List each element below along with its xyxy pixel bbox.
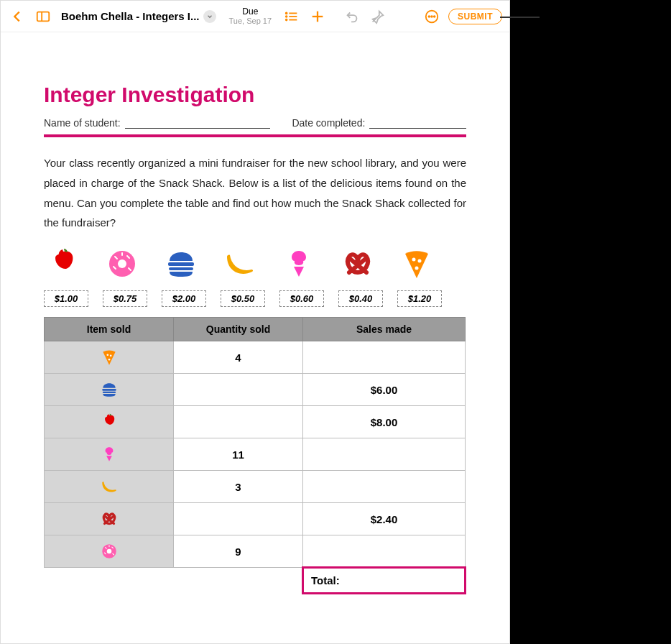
cell-item — [45, 341, 174, 374]
th-qty: Quantity sold — [174, 318, 303, 341]
back-icon[interactable] — [8, 7, 27, 26]
burger-icon — [163, 246, 199, 282]
name-label: Name of student: — [44, 117, 121, 129]
date-label: Date completed: — [292, 117, 365, 129]
burger-price: $2.00 — [162, 290, 206, 307]
due-label: Due — [229, 7, 272, 17]
table-row: 4 — [45, 341, 466, 374]
svg-point-25 — [431, 16, 432, 17]
table-row: $6.00 — [45, 374, 466, 406]
cell-item — [45, 503, 174, 535]
cell-sales[interactable] — [303, 535, 466, 568]
table-row: $8.00 — [45, 406, 466, 438]
svg-point-26 — [434, 16, 435, 17]
add-icon[interactable] — [308, 7, 327, 26]
cell-qty[interactable]: 4 — [174, 341, 303, 374]
title-dropdown-icon[interactable] — [203, 10, 216, 23]
cell-qty[interactable]: 9 — [174, 535, 303, 568]
total-cell[interactable]: Total: — [303, 568, 466, 594]
document-title-group[interactable]: Boehm Chella - Integers I... — [61, 10, 216, 23]
pretzel-price: $0.40 — [338, 290, 383, 307]
svg-point-18 — [286, 16, 287, 17]
icecream-icon — [281, 246, 317, 282]
due-date: Tue, Sep 17 — [229, 17, 272, 25]
cell-sales[interactable]: $6.00 — [303, 374, 466, 406]
table-row: $2.40 — [45, 503, 466, 535]
svg-point-17 — [286, 12, 287, 14]
pizza-icon — [399, 246, 435, 282]
intro-paragraph: Your class recently organized a mini fun… — [44, 153, 466, 233]
banana-price: $0.50 — [221, 290, 265, 307]
more-icon[interactable] — [422, 7, 441, 26]
submit-button[interactable]: SUBMIT — [448, 9, 502, 24]
cell-sales[interactable] — [303, 471, 466, 503]
cell-sales[interactable] — [303, 438, 466, 471]
cell-sales[interactable]: $8.00 — [303, 406, 466, 438]
cell-item — [45, 471, 174, 503]
cell-sales[interactable] — [303, 341, 466, 374]
divider — [44, 134, 466, 137]
donut-price: $0.75 — [103, 290, 147, 307]
svg-rect-12 — [37, 12, 50, 21]
cell-qty[interactable] — [174, 406, 303, 438]
cell-qty[interactable]: 11 — [174, 438, 303, 471]
svg-point-24 — [428, 16, 430, 17]
document-title: Boehm Chella - Integers I... — [61, 10, 200, 22]
banana-icon — [222, 246, 258, 282]
th-item: Item sold — [45, 318, 174, 341]
cell-qty[interactable] — [174, 374, 303, 406]
cell-item — [45, 535, 174, 568]
pin-icon[interactable] — [369, 7, 387, 26]
cell-item — [45, 406, 174, 438]
pizza-price: $1.20 — [397, 290, 442, 307]
cell-item — [45, 374, 174, 406]
pretzel-icon — [340, 246, 376, 282]
callout-line — [500, 17, 540, 18]
donut-icon — [104, 246, 140, 282]
cell-sales[interactable]: $2.40 — [303, 503, 466, 535]
toolbar: Boehm Chella - Integers I... Due Tue, Se… — [1, 1, 509, 32]
table-row: 11 — [45, 438, 466, 471]
table-body: 4$6.00$8.00113$2.409 — [45, 341, 466, 568]
th-sales: Sales made — [303, 318, 466, 341]
table-row: 9 — [45, 535, 466, 568]
apple-price: $1.00 — [44, 290, 88, 307]
cell-item — [45, 438, 174, 471]
apple-icon — [45, 246, 81, 282]
name-input-line[interactable] — [125, 119, 271, 129]
icecream-price: $0.60 — [279, 290, 324, 307]
cell-qty[interactable] — [174, 503, 303, 535]
items-prices-row: $1.00$0.75$2.00$0.50$0.60$0.40$1.20 — [44, 290, 466, 307]
undo-icon[interactable] — [343, 7, 361, 26]
fill-row: Name of student: Date completed: — [44, 117, 466, 129]
sales-table: Item sold Quantity sold Sales made 4$6.0… — [44, 317, 466, 594]
items-icons-row — [44, 246, 466, 282]
date-input-line[interactable] — [369, 119, 466, 129]
cell-qty[interactable]: 3 — [174, 471, 303, 503]
sidebar-toggle-icon[interactable] — [34, 7, 52, 26]
due-info: Due Tue, Sep 17 — [229, 7, 272, 25]
list-icon[interactable] — [282, 7, 301, 26]
table-row: 3 — [45, 471, 466, 503]
page-title: Integer Investigation — [44, 83, 466, 107]
document-page: Integer Investigation Name of student: D… — [1, 32, 509, 643]
app-window: Boehm Chella - Integers I... Due Tue, Se… — [0, 0, 510, 644]
svg-point-19 — [286, 19, 287, 20]
